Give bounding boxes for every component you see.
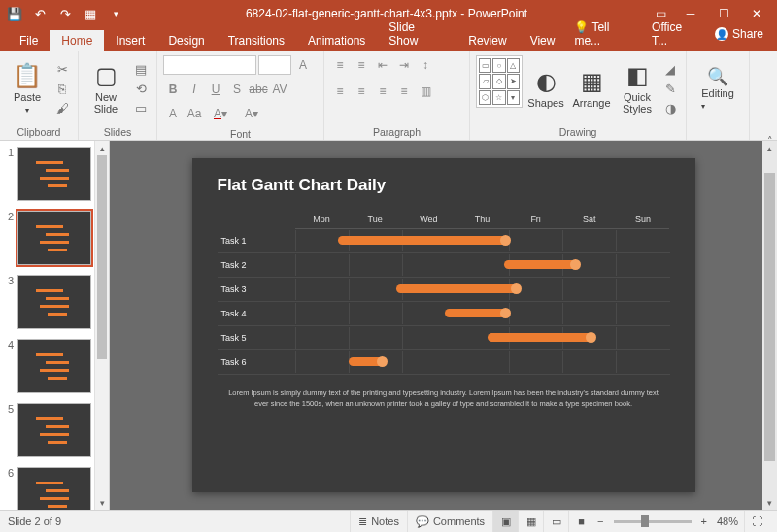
font-family-select[interactable] bbox=[163, 55, 256, 75]
scroll-up-icon[interactable]: ▴ bbox=[762, 141, 777, 155]
start-from-beginning-icon[interactable]: ▦ bbox=[80, 3, 101, 24]
tab-animations[interactable]: Animations bbox=[296, 30, 377, 51]
comments-button[interactable]: 💬Comments bbox=[407, 511, 492, 533]
gantt-row: Task 3 bbox=[218, 278, 670, 302]
paste-button[interactable]: 📋 Paste▾ bbox=[6, 55, 49, 121]
zoom-in-icon[interactable]: + bbox=[697, 515, 711, 527]
scroll-up-icon[interactable]: ▴ bbox=[95, 141, 109, 155]
shape-outline-icon[interactable]: ✎ bbox=[660, 80, 680, 97]
gantt-bar[interactable] bbox=[396, 284, 520, 293]
gantt-chart[interactable]: MonTueWedThuFriSatSun Task 1 Task 2 Task… bbox=[218, 211, 670, 375]
tab-home[interactable]: Home bbox=[50, 30, 104, 51]
align-left-icon[interactable]: ≡ bbox=[330, 82, 350, 101]
slide-thumbnail-4[interactable] bbox=[17, 339, 91, 393]
justify-icon[interactable]: ≡ bbox=[394, 82, 414, 101]
normal-view-icon[interactable]: ▣ bbox=[492, 511, 518, 533]
share-button[interactable]: 👤Share bbox=[707, 23, 771, 45]
scrollbar-handle[interactable] bbox=[764, 173, 775, 462]
new-slide-button[interactable]: ▢ New Slide bbox=[84, 55, 127, 121]
indent-decrease-icon[interactable]: ⇤ bbox=[373, 55, 392, 75]
tab-design[interactable]: Design bbox=[156, 30, 216, 51]
notes-button[interactable]: ≣Notes bbox=[350, 511, 407, 533]
slide-thumbnail-1[interactable] bbox=[17, 147, 91, 201]
group-label: Drawing bbox=[476, 124, 680, 138]
align-right-icon[interactable]: ≡ bbox=[373, 82, 392, 101]
gantt-bar[interactable] bbox=[338, 236, 509, 245]
italic-icon[interactable]: I bbox=[185, 80, 204, 99]
undo-icon[interactable]: ↶ bbox=[29, 3, 51, 24]
shape-effects-icon[interactable]: ◑ bbox=[660, 99, 680, 116]
save-icon[interactable]: 💾 bbox=[4, 3, 25, 24]
increase-font-icon[interactable]: A bbox=[293, 55, 313, 75]
reading-view-icon[interactable]: ▭ bbox=[543, 511, 568, 533]
bold-icon[interactable]: B bbox=[163, 80, 183, 99]
fit-to-window-icon[interactable]: ⛶ bbox=[744, 511, 769, 533]
shapes-gallery[interactable]: ▭○△ ▱◇➤ ⬡☆▾ bbox=[476, 55, 523, 108]
shadow-icon[interactable]: S bbox=[227, 80, 247, 99]
numbering-icon[interactable]: ≡ bbox=[352, 55, 371, 75]
slide-indicator[interactable]: Slide 2 of 9 bbox=[8, 515, 61, 527]
section-icon[interactable]: ▭ bbox=[131, 99, 151, 116]
format-painter-icon[interactable]: 🖌 bbox=[52, 99, 72, 116]
change-case-icon[interactable]: Aa bbox=[185, 104, 204, 123]
font-color-icon[interactable]: A▾ bbox=[206, 104, 235, 123]
editing-button[interactable]: 🔍 Editing▾ bbox=[693, 55, 743, 121]
copy-icon[interactable]: ⎘ bbox=[52, 80, 72, 97]
qat-dropdown-icon[interactable]: ▾ bbox=[105, 3, 126, 24]
zoom-level[interactable]: 48% bbox=[711, 515, 744, 527]
sorter-view-icon[interactable]: ▦ bbox=[518, 511, 543, 533]
scroll-down-icon[interactable]: ▾ bbox=[95, 495, 109, 510]
layout-icon[interactable]: ▤ bbox=[131, 60, 151, 78]
tab-review[interactable]: Review bbox=[456, 30, 518, 51]
reset-icon[interactable]: ⟲ bbox=[131, 80, 151, 97]
align-center-icon[interactable]: ≡ bbox=[352, 82, 371, 101]
arrange-button[interactable]: ▦Arrange bbox=[569, 55, 614, 121]
indent-increase-icon[interactable]: ⇥ bbox=[394, 55, 414, 75]
comments-icon: 💬 bbox=[416, 515, 429, 528]
workspace: 1 2 3 4 5 6 ▴ ▾ bbox=[0, 141, 777, 510]
zoom-out-icon[interactable]: − bbox=[593, 511, 607, 533]
font-size-select[interactable] bbox=[258, 55, 291, 75]
strikethrough-icon[interactable]: abc bbox=[249, 80, 268, 99]
slide-thumbnail-5[interactable] bbox=[17, 403, 91, 457]
slide-thumbnail-2[interactable] bbox=[17, 211, 91, 265]
bullets-icon[interactable]: ≡ bbox=[330, 55, 350, 75]
line-spacing-icon[interactable]: ↕ bbox=[416, 55, 435, 75]
underline-icon[interactable]: U bbox=[206, 80, 225, 99]
new-slide-icon: ▢ bbox=[95, 62, 118, 89]
clear-format-icon[interactable]: A bbox=[163, 104, 183, 123]
tab-insert[interactable]: Insert bbox=[104, 30, 156, 51]
zoom-slider[interactable] bbox=[614, 520, 692, 523]
tell-me-search[interactable]: 💡Tell me... bbox=[566, 17, 642, 51]
slide-footer-text[interactable]: Lorem Ipsum is simply dummy text of the … bbox=[218, 388, 670, 409]
redo-icon[interactable]: ↷ bbox=[54, 3, 76, 24]
gantt-bar[interactable] bbox=[504, 260, 579, 269]
quick-styles-button[interactable]: ◧Quick Styles bbox=[618, 55, 657, 121]
shapes-button[interactable]: ◐Shapes bbox=[526, 55, 565, 121]
highlight-icon[interactable]: A▾ bbox=[237, 104, 266, 123]
office-addin[interactable]: Office T... bbox=[644, 17, 705, 51]
tab-slideshow[interactable]: Slide Show bbox=[377, 17, 456, 51]
tab-file[interactable]: File bbox=[8, 30, 50, 51]
slide-editor[interactable]: Flat Gantt Chart Daily MonTueWedThuFriSa… bbox=[110, 141, 777, 510]
gantt-bar[interactable] bbox=[445, 309, 509, 317]
slide-thumbnail-6[interactable] bbox=[17, 467, 91, 510]
slide-title[interactable]: Flat Gantt Chart Daily bbox=[218, 176, 670, 195]
columns-icon[interactable]: ▥ bbox=[416, 82, 435, 101]
tab-view[interactable]: View bbox=[519, 30, 567, 51]
group-label: Slides bbox=[84, 124, 151, 138]
thumbnail-scrollbar[interactable]: ▴ ▾ bbox=[94, 141, 109, 510]
shape-fill-icon[interactable]: ◢ bbox=[660, 60, 680, 78]
tab-transitions[interactable]: Transitions bbox=[217, 30, 296, 51]
spacing-icon[interactable]: AV bbox=[270, 80, 289, 99]
current-slide[interactable]: Flat Gantt Chart Daily MonTueWedThuFriSa… bbox=[192, 158, 695, 492]
gantt-bar[interactable] bbox=[349, 357, 387, 366]
gantt-bar[interactable] bbox=[488, 333, 594, 342]
slideshow-view-icon[interactable]: ■ bbox=[568, 511, 593, 533]
scrollbar-handle[interactable] bbox=[97, 155, 107, 359]
scroll-down-icon[interactable]: ▾ bbox=[762, 495, 777, 510]
shapes-icon: ◐ bbox=[536, 68, 557, 95]
slide-thumbnail-3[interactable] bbox=[17, 275, 91, 329]
cut-icon[interactable]: ✂ bbox=[52, 60, 72, 78]
editor-scrollbar[interactable]: ▴ ▾ bbox=[762, 141, 777, 510]
